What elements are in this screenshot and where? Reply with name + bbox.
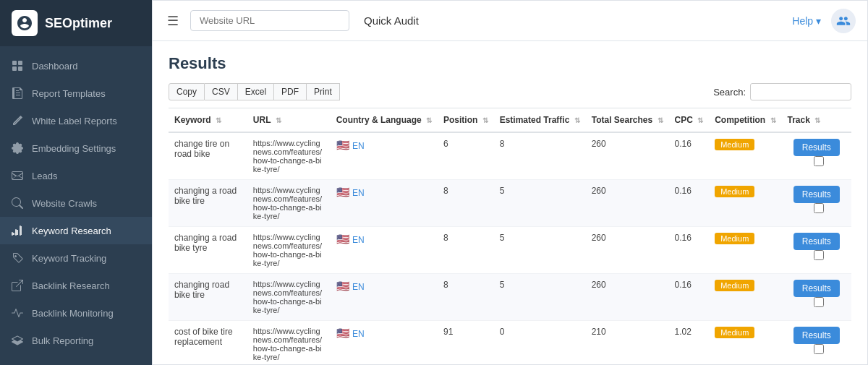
results-button[interactable]: Results <box>793 186 840 203</box>
flag-icon: 🇺🇸 <box>336 186 350 198</box>
sidebar-label-white-label-reports: White Label Reports <box>32 116 117 126</box>
sidebar-item-embedding-settings[interactable]: Embedding Settings <box>0 134 152 162</box>
cell-track: Results <box>782 180 851 227</box>
sidebar-label-website-crawls: Website Crawls <box>32 198 97 209</box>
print-button[interactable]: Print <box>307 83 340 100</box>
sidebar-label-leads: Leads <box>32 171 57 181</box>
url-input[interactable] <box>190 10 349 31</box>
competition-badge: Medium <box>715 186 754 197</box>
cell-track: Results <box>782 274 851 321</box>
col-total-searches[interactable]: Total Searches ⇅ <box>586 108 669 133</box>
search-icon <box>12 197 23 209</box>
cell-traffic: 5 <box>494 227 586 274</box>
svg-rect-0 <box>12 61 17 65</box>
cell-keyword: cost of bike tire replacement <box>169 321 247 365</box>
sort-icon-cpc: ⇅ <box>697 116 703 124</box>
sidebar-item-white-label-reports[interactable]: White Label Reports <box>0 107 152 134</box>
sort-icon-track: ⇅ <box>814 116 820 124</box>
results-button[interactable]: Results <box>793 233 840 250</box>
cell-traffic: 0 <box>494 321 586 365</box>
sort-icon-position: ⇅ <box>482 116 488 124</box>
cell-url: https://www.cyclingnews.com/features/how… <box>247 274 331 321</box>
svg-rect-2 <box>12 66 17 71</box>
logo-text: SEOptimer <box>45 16 112 31</box>
sidebar-item-leads[interactable]: Leads <box>0 162 152 189</box>
table-row: changing road bike tire https://www.cycl… <box>169 274 851 321</box>
table-controls: Copy CSV Excel PDF Print Search: <box>169 83 851 100</box>
sidebar-logo: SEOptimer <box>0 0 152 46</box>
sidebar-label-backlink-research: Backlink Research <box>32 280 110 291</box>
settings-icon <box>12 142 23 154</box>
col-position[interactable]: Position ⇅ <box>438 108 494 133</box>
col-keyword[interactable]: Keyword ⇅ <box>169 108 247 133</box>
cell-traffic: 8 <box>494 132 586 180</box>
sort-icon-country: ⇅ <box>426 116 432 124</box>
cell-country: 🇺🇸 EN <box>331 180 438 227</box>
results-button[interactable]: Results <box>793 139 840 156</box>
sidebar-item-backlink-monitoring[interactable]: Backlink Monitoring <box>0 299 152 327</box>
hamburger-button[interactable]: ☰ <box>164 10 182 32</box>
sidebar-item-report-templates[interactable]: Report Templates <box>0 80 152 107</box>
edit-icon <box>12 115 23 126</box>
header-right: Help ▾ <box>792 9 856 33</box>
language-label: EN <box>352 188 365 198</box>
pdf-button[interactable]: PDF <box>274 83 307 100</box>
cell-position: 8 <box>438 180 494 227</box>
cell-url: https://www.cyclingnews.com/features/how… <box>247 132 331 180</box>
table-row: changing a road bike tyre https://www.cy… <box>169 227 851 274</box>
track-checkbox[interactable] <box>814 203 824 213</box>
sidebar-item-bulk-reporting[interactable]: Bulk Reporting <box>0 327 152 354</box>
sidebar-navigation: Dashboard Report Templates White Label R… <box>0 46 152 360</box>
cell-position: 6 <box>438 132 494 180</box>
cell-track: Results <box>782 321 851 365</box>
results-button[interactable]: Results <box>793 327 840 344</box>
col-url[interactable]: URL ⇅ <box>247 108 331 133</box>
sidebar-label-embedding-settings: Embedding Settings <box>32 143 116 154</box>
cell-searches: 260 <box>586 180 669 227</box>
csv-button[interactable]: CSV <box>205 83 238 100</box>
copy-button[interactable]: Copy <box>169 83 205 100</box>
col-estimated-traffic[interactable]: Estimated Traffic ⇅ <box>494 108 586 133</box>
user-avatar[interactable] <box>831 9 856 33</box>
sidebar-item-backlink-research[interactable]: Backlink Research <box>0 272 152 299</box>
track-checkbox[interactable] <box>814 344 824 354</box>
col-competition[interactable]: Competition ⇅ <box>709 108 781 133</box>
sidebar-item-keyword-research[interactable]: Keyword Research <box>0 217 152 244</box>
bar-chart-icon <box>12 225 23 236</box>
track-checkbox[interactable] <box>814 156 824 166</box>
content-area: Results Copy CSV Excel PDF Print Search:… <box>153 41 867 364</box>
sidebar-item-dashboard[interactable]: Dashboard <box>0 52 152 80</box>
sidebar-label-dashboard: Dashboard <box>32 61 78 72</box>
track-checkbox[interactable] <box>814 297 824 307</box>
cell-country: 🇺🇸 EN <box>331 132 438 180</box>
col-country-language[interactable]: Country & Language ⇅ <box>331 108 438 133</box>
excel-button[interactable]: Excel <box>238 83 274 100</box>
cell-url: https://www.cyclingnews.com/features/how… <box>247 227 331 274</box>
cell-country: 🇺🇸 EN <box>331 274 438 321</box>
col-cpc[interactable]: CPC ⇅ <box>669 108 710 133</box>
quick-audit-button[interactable]: Quick Audit <box>358 14 425 27</box>
file-text-icon <box>12 87 23 99</box>
sort-icon-traffic: ⇅ <box>574 116 580 124</box>
track-checkbox[interactable] <box>814 250 824 260</box>
cell-keyword: changing a road bike tyre <box>169 227 247 274</box>
header: ☰ Quick Audit Help ▾ <box>153 1 867 41</box>
col-track[interactable]: Track ⇅ <box>782 108 851 133</box>
main-content: ☰ Quick Audit Help ▾ Results Copy CSV Ex… <box>152 0 868 365</box>
sidebar-item-keyword-tracking[interactable]: Keyword Tracking <box>0 244 152 272</box>
results-button[interactable]: Results <box>793 280 840 297</box>
cell-position: 8 <box>438 227 494 274</box>
search-input[interactable] <box>750 83 851 100</box>
sort-icon-searches: ⇅ <box>658 116 663 124</box>
sidebar-item-website-crawls[interactable]: Website Crawls <box>0 189 152 217</box>
sort-icon-competition: ⇅ <box>770 116 776 124</box>
sidebar: SEOptimer Dashboard Report Templates Whi… <box>0 0 152 365</box>
table-body: change tire on road bike https://www.cyc… <box>169 132 851 364</box>
cell-competition: Medium <box>709 321 781 365</box>
cell-cpc: 1.02 <box>669 321 710 365</box>
cell-keyword: changing a road bike tire <box>169 180 247 227</box>
mail-icon <box>12 170 23 181</box>
cell-url: https://www.cyclingnews.com/features/how… <box>247 180 331 227</box>
help-button[interactable]: Help ▾ <box>792 15 821 27</box>
cell-cpc: 0.16 <box>669 180 710 227</box>
